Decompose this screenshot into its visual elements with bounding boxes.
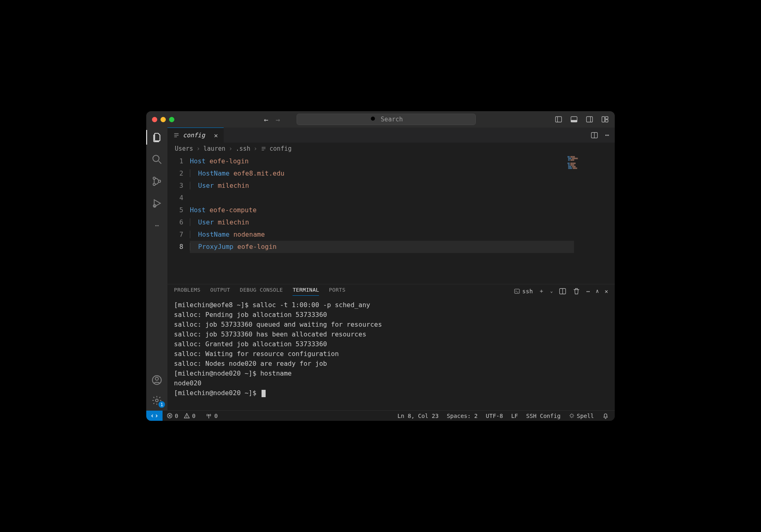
minimize-window-icon[interactable] (161, 117, 166, 122)
remote-icon (151, 412, 158, 420)
tab-debug-console[interactable]: DEBUG CONSOLE (240, 287, 283, 295)
radio-tower-icon (205, 412, 212, 419)
settings-gear-icon[interactable]: 1 (151, 395, 163, 406)
back-arrow-icon[interactable]: ← (264, 115, 268, 124)
svg-rect-28 (515, 289, 519, 293)
remote-indicator[interactable] (146, 411, 163, 421)
new-terminal-icon[interactable]: ＋ (539, 288, 544, 295)
status-spell[interactable]: Spell (569, 413, 594, 419)
search-placeholder: Search (381, 116, 403, 123)
status-ports[interactable]: 0 (205, 412, 218, 419)
crumb-2[interactable]: .ssh (235, 145, 250, 152)
tab-config[interactable]: config ✕ (167, 128, 224, 143)
search-icon (370, 115, 378, 123)
bell-icon[interactable] (602, 412, 609, 419)
bottom-panel: PROBLEMS OUTPUT DEBUG CONSOLE TERMINAL P… (167, 284, 615, 410)
terminal-output[interactable]: [milechin@eofe8 ~]$ salloc -t 1:00:00 -p… (167, 298, 615, 410)
layout-sidebar-left-icon[interactable] (554, 115, 563, 123)
settings-badge: 1 (158, 401, 165, 408)
svg-point-13 (153, 177, 155, 179)
terminal-dropdown-icon[interactable]: ⌄ (550, 288, 553, 294)
explorer-icon[interactable] (151, 132, 163, 143)
account-icon[interactable] (151, 374, 163, 386)
chevron-right-icon: › (196, 145, 200, 152)
run-debug-icon[interactable] (151, 198, 163, 209)
svg-point-0 (371, 117, 375, 121)
chevron-right-icon: › (229, 145, 232, 152)
nav-arrows: ← → (264, 115, 280, 124)
status-bar: 0 0 0 Ln 8, Col 23 Spaces: 2 UTF-8 LF SS… (146, 410, 615, 421)
tab-label: config (183, 132, 205, 139)
status-cursor[interactable]: Ln 8, Col 23 (398, 413, 439, 419)
warning-triangle-icon (184, 413, 190, 419)
error-circle-icon (167, 413, 173, 419)
layout-sidebar-right-icon[interactable] (585, 115, 594, 123)
file-lines-icon (261, 146, 266, 152)
title-actions (554, 115, 609, 123)
more-icon[interactable]: ⋯ (151, 220, 163, 231)
tab-more-icon[interactable]: ⋯ (605, 131, 609, 139)
line-number-gutter: 12345678 (167, 154, 190, 284)
crumb-3[interactable]: config (270, 145, 292, 152)
tab-close-icon[interactable]: ✕ (214, 132, 218, 139)
panel-more-icon[interactable]: ⋯ (586, 288, 590, 295)
activity-bar: ⋯ 1 (146, 128, 167, 410)
svg-rect-10 (605, 120, 608, 122)
svg-rect-6 (587, 117, 593, 122)
svg-point-35 (187, 417, 187, 418)
split-editor-icon[interactable] (590, 131, 598, 139)
source-control-icon[interactable] (151, 176, 163, 187)
status-indent[interactable]: Spaces: 2 (447, 413, 478, 419)
search-tab-icon[interactable] (151, 154, 163, 165)
svg-rect-2 (556, 117, 562, 122)
svg-point-36 (208, 415, 209, 416)
file-lines-icon (173, 132, 180, 138)
svg-rect-8 (602, 117, 605, 122)
zoom-window-icon[interactable] (169, 117, 174, 122)
crumb-1[interactable]: lauren (203, 145, 225, 152)
customize-layout-icon[interactable] (601, 115, 609, 123)
tab-output[interactable]: OUTPUT (210, 287, 230, 295)
svg-point-15 (158, 180, 161, 182)
svg-point-18 (155, 377, 158, 380)
svg-point-11 (153, 155, 159, 161)
svg-line-1 (374, 121, 376, 122)
svg-point-14 (153, 183, 155, 185)
panel-tabs: PROBLEMS OUTPUT DEBUG CONSOLE TERMINAL P… (167, 284, 615, 298)
tab-actions: ⋯ (585, 128, 615, 143)
tab-problems[interactable]: PROBLEMS (174, 287, 200, 295)
code-editor[interactable]: 12345678 Host eofe-login HostName eofe8.… (167, 154, 615, 284)
sparkle-icon (569, 413, 575, 419)
minimap[interactable]: ███ ██████ ████ ████████ ██ █████ ███ ██… (567, 156, 612, 180)
close-panel-icon[interactable]: ✕ (605, 288, 608, 295)
forward-arrow-icon[interactable]: → (276, 115, 280, 124)
svg-line-12 (158, 161, 161, 164)
traffic-lights (152, 117, 174, 122)
status-eol[interactable]: LF (511, 413, 518, 419)
svg-rect-9 (605, 117, 608, 119)
tab-bar: config ✕ ⋯ (167, 128, 615, 143)
terminal-cursor (262, 390, 266, 397)
split-terminal-icon[interactable] (559, 287, 567, 295)
vscode-window: ← → Search ⋯ (146, 111, 615, 421)
status-errors[interactable]: 0 (167, 413, 178, 419)
layout-panel-icon[interactable] (570, 115, 578, 123)
code-content[interactable]: Host eofe-login HostName eofe8.mit.edu U… (190, 154, 615, 284)
status-warnings[interactable]: 0 (184, 413, 195, 419)
svg-rect-5 (571, 120, 577, 122)
trash-icon[interactable] (572, 287, 581, 295)
tab-ports[interactable]: PORTS (329, 287, 345, 295)
chevron-right-icon: › (254, 145, 257, 152)
svg-point-19 (156, 399, 158, 402)
search-input[interactable]: Search (297, 114, 476, 125)
breadcrumb[interactable]: Users › lauren › .ssh › config (167, 143, 615, 154)
maximize-panel-icon[interactable]: ∧ (596, 288, 599, 294)
status-encoding[interactable]: UTF-8 (486, 413, 503, 419)
close-window-icon[interactable] (152, 117, 157, 122)
crumb-0[interactable]: Users (175, 145, 193, 152)
terminal-icon (514, 288, 520, 295)
status-language[interactable]: SSH Config (526, 413, 561, 419)
title-bar: ← → Search (146, 111, 615, 128)
tab-terminal[interactable]: TERMINAL (293, 287, 319, 296)
terminal-session-label[interactable]: ssh (514, 288, 533, 295)
